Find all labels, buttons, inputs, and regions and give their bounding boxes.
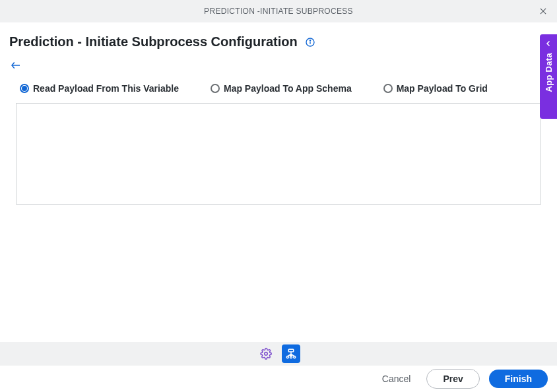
heading-row: Prediction - Initiate Subprocess Configu… — [0, 22, 557, 53]
radio-read-variable[interactable]: Read Payload From This Variable — [20, 83, 179, 94]
radio-map-grid-label: Map Payload To Grid — [397, 83, 488, 94]
svg-point-8 — [286, 356, 288, 358]
close-icon[interactable] — [537, 5, 549, 17]
app-data-panel-toggle[interactable]: App Data — [540, 34, 557, 119]
chevron-left-icon — [543, 38, 554, 49]
svg-point-6 — [265, 352, 268, 356]
flow-view-button[interactable] — [282, 344, 300, 363]
footer: Cancel Prev Finish — [0, 366, 557, 392]
payload-radio-group: Read Payload From This Variable Map Payl… — [0, 81, 557, 100]
radio-circle-icon — [383, 84, 393, 93]
radio-map-grid[interactable]: Map Payload To Grid — [383, 83, 488, 94]
svg-rect-7 — [288, 349, 294, 352]
finish-button[interactable]: Finish — [489, 370, 548, 388]
svg-point-4 — [310, 40, 310, 40]
prev-button[interactable]: Prev — [426, 369, 479, 389]
payload-content-area[interactable] — [16, 103, 541, 205]
info-icon[interactable] — [304, 36, 316, 48]
radio-circle-icon — [20, 84, 29, 93]
side-tab-label: App Data — [544, 53, 554, 92]
radio-circle-icon — [211, 84, 220, 93]
svg-point-9 — [290, 356, 292, 358]
titlebar-text: PREDICTION -INITIATE SUBPROCESS — [204, 7, 353, 16]
cancel-button[interactable]: Cancel — [376, 370, 418, 388]
page-title: Prediction - Initiate Subprocess Configu… — [9, 34, 298, 49]
radio-map-schema[interactable]: Map Payload To App Schema — [211, 83, 352, 94]
titlebar: PREDICTION -INITIATE SUBPROCESS — [0, 0, 557, 22]
settings-button[interactable] — [257, 344, 275, 363]
back-row — [0, 53, 557, 81]
bottom-toolbar — [0, 342, 557, 366]
radio-map-schema-label: Map Payload To App Schema — [224, 83, 352, 94]
back-button[interactable] — [9, 59, 22, 72]
radio-read-variable-label: Read Payload From This Variable — [33, 83, 179, 94]
svg-point-10 — [294, 356, 296, 358]
